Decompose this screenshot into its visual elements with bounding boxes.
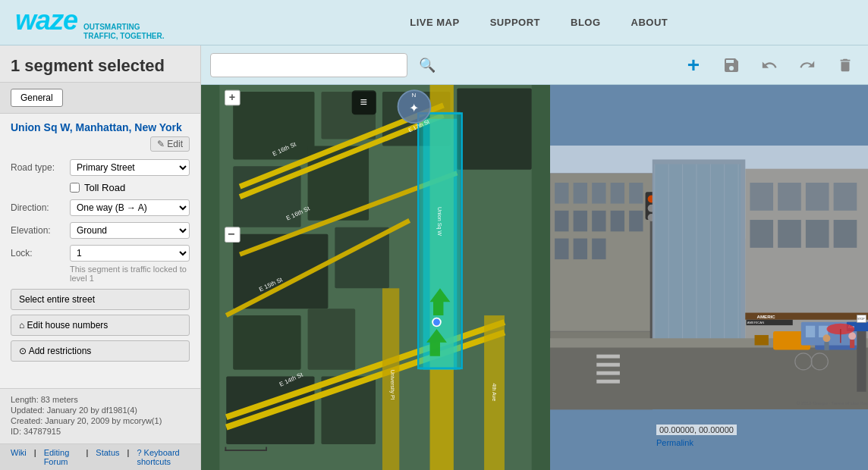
svg-rect-60 [629, 211, 643, 232]
svg-rect-23 [423, 119, 458, 370]
svg-rect-87 [778, 220, 801, 248]
satellite-map[interactable]: E 16th St E 16th St E 15th St E 14th St … [201, 85, 550, 470]
elevation-select[interactable]: Ground 1 2 -1 [70, 222, 190, 239]
svg-rect-53 [592, 183, 605, 204]
elevation-row: Elevation: Ground 1 2 -1 [11, 222, 190, 239]
direction-select[interactable]: One way (B → A) One way (A → B) Two way … [70, 199, 190, 216]
svg-text:≡: ≡ [360, 95, 366, 108]
toll-road-label: Toll Road [84, 182, 125, 193]
svg-rect-52 [574, 183, 587, 204]
svg-rect-59 [611, 211, 624, 232]
link-sep-3: | [127, 448, 130, 466]
road-type-select[interactable]: Primary Street Secondary Street Street H… [70, 159, 190, 176]
svg-text:© 2013 Google · Terms of Use  : © 2013 Google · Terms of Use Report a pr… [797, 400, 868, 406]
svg-text:−: − [228, 227, 234, 240]
svg-rect-57 [574, 211, 587, 232]
wiki-link[interactable]: Wiki [11, 448, 27, 466]
svg-rect-56 [555, 211, 568, 232]
select-entire-street-button[interactable]: Select entire street [11, 289, 190, 310]
logo-area: waze OUTSMARTING TRAFFIC, TOGETHER. [15, 5, 165, 41]
nav-blog[interactable]: BLOG [571, 17, 601, 28]
direction-label: Direction: [11, 202, 65, 213]
svg-point-35 [432, 318, 441, 327]
footer-updated: Updated: January 20 by df1981(4) [11, 406, 190, 415]
svg-rect-9 [233, 315, 300, 370]
svg-rect-40 [225, 450, 266, 451]
toll-road-checkbox[interactable] [70, 183, 80, 193]
svg-text:AMERIC: AMERIC [757, 314, 776, 319]
lock-select[interactable]: 1 2 3 4 5 6 [70, 245, 190, 262]
bottom-links: Wiki | Editing Forum | Status | ? Keyboa… [0, 443, 200, 470]
lock-row: Lock: 1 2 3 4 5 6 [11, 245, 190, 262]
add-button[interactable]: + [680, 52, 707, 79]
permalink[interactable]: Permalink [656, 438, 693, 447]
map-toolbar: 🔍 + [201, 45, 868, 85]
svg-rect-63 [592, 239, 605, 260]
svg-rect-113 [840, 329, 841, 343]
svg-rect-93 [596, 363, 620, 367]
svg-rect-85 [834, 183, 857, 211]
edit-button[interactable]: ✎ Edit [150, 136, 190, 152]
keyboard-shortcuts-link[interactable]: ? Keyboard shortcuts [137, 448, 190, 466]
toolbar-right: + [680, 52, 859, 79]
street-name: Union Sq W, Manhattan, New York [11, 121, 190, 133]
main-nav: LIVE MAP SUPPORT BLOG ABOUT [225, 17, 853, 28]
svg-rect-94 [596, 371, 620, 375]
lock-label: Lock: [11, 248, 65, 258]
svg-text:University Pl: University Pl [389, 370, 395, 400]
svg-rect-109 [857, 327, 866, 392]
svg-rect-92 [596, 355, 620, 359]
nav-support[interactable]: SUPPORT [490, 17, 540, 28]
svg-point-102 [823, 334, 831, 342]
edit-house-numbers-button[interactable]: ⌂ Edit house numbers [11, 315, 190, 336]
nav-about[interactable]: ABOUT [631, 17, 668, 28]
direction-row: Direction: One way (B → A) One way (A → … [11, 199, 190, 216]
link-sep-2: | [86, 448, 89, 466]
svg-rect-54 [611, 183, 624, 204]
redo-button[interactable] [794, 52, 821, 79]
footer-id: ID: 34787915 [11, 427, 190, 436]
tab-general[interactable]: General [11, 89, 63, 107]
svg-rect-61 [555, 239, 568, 260]
svg-rect-82 [750, 183, 773, 211]
footer-created: Created: January 20, 2009 by mcoryw(1) [11, 416, 190, 425]
svg-rect-86 [750, 220, 773, 248]
map-canvas[interactable]: E 16th St E 16th St E 15th St E 14th St … [201, 85, 868, 470]
toll-road-row: Toll Road [11, 182, 190, 193]
delete-button[interactable] [832, 52, 859, 79]
lock-info: This segment is traffic locked to level … [11, 265, 190, 283]
nav-live-map[interactable]: LIVE MAP [410, 17, 459, 28]
svg-rect-58 [592, 211, 605, 232]
street-view[interactable]: Ave AMERIC AMERICAN STOP © 2013 Google ·… [550, 85, 868, 470]
svg-rect-1 [233, 92, 314, 159]
svg-rect-103 [824, 342, 829, 350]
add-restrictions-button[interactable]: ⊙ Add restrictions [11, 340, 190, 362]
search-button[interactable]: 🔍 [415, 53, 439, 77]
waze-tagline: OUTSMARTING TRAFFIC, TOGETHER. [83, 23, 164, 41]
editing-forum-link[interactable]: Editing Forum [44, 448, 79, 466]
road-type-label: Road type: [11, 162, 65, 173]
panel-title: 1 segment selected [0, 45, 200, 83]
footer-length: Length: 83 meters [11, 395, 190, 404]
svg-rect-41 [225, 447, 226, 451]
svg-rect-4 [457, 88, 531, 169]
svg-rect-62 [574, 239, 587, 260]
svg-text:N: N [411, 92, 416, 99]
svg-rect-84 [806, 183, 829, 211]
svg-rect-42 [266, 447, 267, 451]
link-sep-1: | [34, 448, 36, 466]
svg-rect-55 [629, 183, 643, 204]
svg-rect-98 [755, 335, 769, 345]
save-button[interactable] [718, 52, 745, 79]
undo-button[interactable] [756, 52, 783, 79]
status-link[interactable]: Status [96, 448, 119, 466]
svg-point-104 [848, 332, 856, 340]
search-input[interactable] [210, 53, 407, 77]
svg-text:4th Ave: 4th Ave [491, 384, 497, 402]
svg-rect-95 [596, 380, 620, 384]
svg-text:STOP: STOP [857, 318, 865, 321]
svg-text:✦: ✦ [409, 101, 419, 114]
map-area[interactable]: 🔍 + [201, 45, 868, 470]
waze-logo: waze [15, 5, 77, 36]
edit-btn-row: ✎ Edit [11, 136, 190, 152]
